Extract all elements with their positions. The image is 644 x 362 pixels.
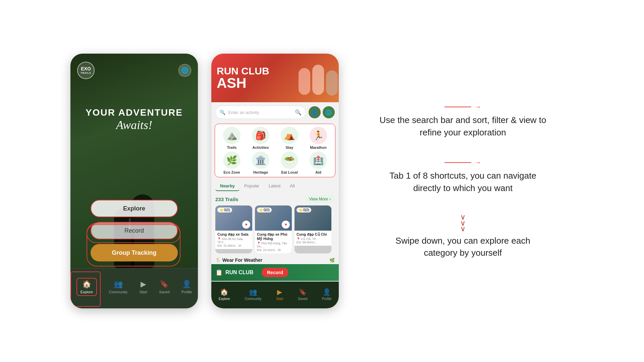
trail-name-1: Cung đạp xe Phú Mỹ Hưng: [257, 232, 290, 241]
start-icon: ▶: [141, 280, 146, 289]
community-label-right: Community: [245, 297, 262, 301]
ecozone-icon: 🌿: [223, 152, 240, 169]
trail-card-0[interactable]: ⭐ 0(0) ♥ Cung đạp xe Sala 📍 Khu đô thị S…: [215, 205, 252, 253]
search-go-icon: 🔍: [295, 109, 302, 116]
logo-trails: TRAILS: [80, 72, 91, 74]
left-phone: EXO TRAILS 🌐 YOUR ADVENTURE Awaits! Expl…: [70, 54, 198, 308]
heritage-icon: 🏛️: [252, 152, 269, 169]
annotation-text-2: Tab 1 of 8 shortcuts, you can navigate d…: [379, 170, 547, 194]
cat-trails[interactable]: ⛰️ Trails: [218, 127, 245, 149]
trail-card-info-2: Cung đạp Củ Chi 📍 Củ Chi, TP... Est: 88.…: [294, 231, 331, 246]
category-grid: ⛰️ Trails 🎒 Activities ⛺ Stay 🏃 Marathon…: [215, 124, 335, 177]
nav-saved-left[interactable]: 🔖 Saved: [159, 280, 169, 294]
cat-marathon[interactable]: 🏃 Marathon: [305, 127, 332, 149]
star-icon-1: ⭐: [259, 208, 263, 212]
trail-card-2[interactable]: ⭐ 0(0) Cung đạp Củ Chi 📍 Củ Chi, TP... E…: [294, 205, 331, 253]
red-line-1: [444, 107, 471, 107]
star-icon-0: ⭐: [219, 208, 223, 212]
nav-profile-right[interactable]: 👤 Profile: [322, 288, 331, 301]
heritage-label: Heritage: [253, 170, 268, 174]
wear-for-weather-label: 🌦️ Wear For Weather: [215, 257, 262, 263]
tab-nearby[interactable]: Nearby: [215, 181, 239, 191]
tab-latest[interactable]: Latest: [264, 181, 285, 191]
trails-icon: ⛰️: [223, 127, 240, 144]
trail-card-img-0: ⭐ 0(0) ♥: [215, 205, 252, 231]
group-tracking-button[interactable]: Group Tracking: [91, 244, 178, 261]
trails-header: 233 Trails View More ›: [211, 193, 339, 204]
search-icon: 🔍: [220, 110, 225, 115]
cat-eatlocal[interactable]: 🥗 Eat Local: [276, 152, 303, 174]
filter-user-btn[interactable]: 👤: [309, 106, 321, 118]
annotation-text-3: Swipe down, you can explore each categor…: [379, 235, 547, 259]
saved-icon: 🔖: [160, 280, 169, 289]
globe-button[interactable]: 🌐: [178, 64, 191, 77]
heart-button-0[interactable]: ♥: [242, 221, 250, 229]
trail-loc-0: 📍 Khu đô thị Sala, TP.T...: [217, 237, 250, 244]
cat-heritage[interactable]: 🏛️ Heritage: [247, 152, 274, 174]
profile-icon-right: 👤: [323, 288, 331, 296]
runner-3: [326, 70, 338, 96]
right-phone: RUN CLUB ASH 🔍 Enter an activity 🔍 👤 🌐: [211, 54, 339, 308]
main-container: EXO TRAILS 🌐 YOUR ADVENTURE Awaits! Expl…: [0, 0, 644, 362]
heart-button-1[interactable]: ♥: [282, 221, 290, 229]
saved-icon-right: 🔖: [299, 288, 307, 296]
record-badge[interactable]: Record: [262, 268, 288, 277]
view-more-button[interactable]: View More ›: [305, 195, 335, 203]
trail-card-1[interactable]: ⭐ 0(0) ♥ Cung đạp xe Phú Mỹ Hưng 📍 Phú M…: [255, 205, 292, 253]
runner-figures: [278, 54, 339, 102]
home-icon: 🏠: [82, 280, 91, 289]
trail-rating-text-0: 0(0): [224, 208, 230, 212]
cat-ecozone[interactable]: 🌿 Eco Zone: [218, 152, 245, 174]
tab-popular[interactable]: Popular: [239, 181, 264, 191]
nav-start-right[interactable]: ▶ Start: [276, 288, 283, 301]
search-bar[interactable]: 🔍 Enter an activity 🔍: [215, 106, 306, 119]
nav-community-right[interactable]: 👥 Community: [245, 288, 262, 301]
adventure-your: YOUR ADVENTURE: [70, 107, 198, 118]
view-more-label: View More: [309, 197, 328, 201]
nav-saved-right[interactable]: 🔖 Saved: [298, 288, 307, 301]
trail-card-img-2: ⭐ 0(0): [294, 205, 331, 231]
start-label-right: Start: [276, 297, 283, 301]
logo-area: EXO TRAILS: [77, 62, 95, 79]
trail-loc-1: 📍 Phú Mỹ Hưng, Tân Ph...: [257, 242, 290, 248]
nav-profile-left[interactable]: 👤 Profile: [181, 280, 192, 294]
nav-explore-right[interactable]: 🏠 Explore: [219, 288, 230, 301]
record-button[interactable]: Record: [91, 222, 178, 239]
banner-ash: ASH: [217, 76, 269, 90]
nav-community-left[interactable]: 👥 Community: [109, 280, 128, 294]
cat-activities[interactable]: 🎒 Activities: [247, 127, 274, 149]
nav-start-left[interactable]: ▶ Start: [140, 280, 147, 294]
annotation-text-1: Use the search bar and sort, filter & vi…: [379, 114, 547, 138]
explore-button[interactable]: Explore: [91, 200, 178, 217]
annotation-3: ∨ ∨ ∨ Swipe down, you can explore each c…: [359, 214, 567, 259]
cat-stay[interactable]: ⛺ Stay: [276, 127, 303, 149]
nav-explore-left[interactable]: 🏠 Explore: [76, 278, 97, 296]
annotation-1: → Use the search bar and sort, filter & …: [359, 103, 567, 138]
star-icon-2: ⭐: [299, 208, 303, 212]
stay-label: Stay: [285, 145, 293, 149]
nav-explore-label: Explore: [80, 290, 93, 294]
trail-name-2: Cung đạp Củ Chi: [297, 232, 329, 237]
trail-card-info-0: Cung đạp xe Sala 📍 Khu đô thị Sala, TP.T…: [215, 231, 252, 249]
start-icon-right: ▶: [277, 288, 282, 296]
tab-all[interactable]: All: [285, 181, 299, 191]
trail-loc-2: 📍 Củ Chi, TP...: [297, 237, 329, 241]
eatlocal-icon: 🥗: [281, 152, 298, 169]
activities-label: Activities: [253, 145, 269, 149]
aid-icon: 🏥: [310, 152, 327, 169]
trail-rating-text-1: 0(0): [264, 208, 270, 212]
profile-label-right: Profile: [322, 297, 331, 301]
ecozone-label: Eco Zone: [223, 170, 240, 174]
cat-aid[interactable]: 🏥 Aid: [305, 152, 332, 174]
marathon-label: Marathon: [310, 145, 327, 149]
search-area: 🔍 Enter an activity 🔍 👤 🌐: [211, 102, 339, 122]
aid-label: Aid: [315, 170, 321, 174]
filter-globe-btn[interactable]: 🌐: [323, 106, 335, 118]
banner-text: RUN CLUB ASH: [217, 66, 269, 90]
annotation-arrow-2: →: [444, 159, 481, 166]
trail-est-2: Est: 88.65Km...: [297, 241, 329, 244]
trail-rating-text-2: 0(0): [303, 208, 309, 212]
saved-label-right: Saved: [298, 297, 307, 301]
annotation-arrow-1: →: [444, 103, 481, 111]
annotations-area: → Use the search bar and sort, filter & …: [345, 96, 580, 265]
